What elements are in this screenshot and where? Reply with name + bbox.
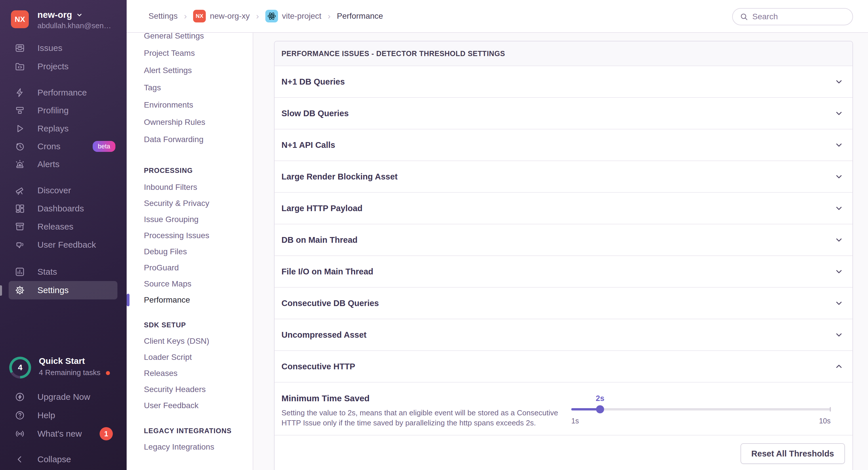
slider-track[interactable]: [571, 408, 831, 410]
sidebar-item-label: Issues: [37, 43, 62, 53]
subnav-item-client-keys-dsn[interactable]: Client Keys (DSN): [144, 333, 209, 349]
chevron-down-icon: [834, 267, 844, 276]
search-box[interactable]: [732, 8, 853, 25]
subnav-item-proguard[interactable]: ProGuard: [144, 260, 179, 276]
chevron-down-icon: [834, 77, 844, 87]
search-icon: [740, 12, 748, 21]
reset-all-thresholds-button[interactable]: Reset All Thresholds: [741, 443, 845, 464]
sidebar-item-performance[interactable]: Performance: [9, 83, 117, 102]
sidebar-item-label: Settings: [37, 286, 68, 295]
breadcrumb-vite-project[interactable]: vite-project: [265, 10, 321, 23]
sidebar-item-profiling[interactable]: Profiling: [9, 101, 117, 120]
detector-row-db-on-main-thread[interactable]: DB on Main Thread: [275, 224, 852, 256]
beta-badge: beta: [93, 141, 115, 152]
threshold-title: Minimum Time Saved: [281, 394, 370, 403]
org-avatar: NX: [193, 10, 206, 23]
detector-label: Consecutive DB Queries: [281, 299, 379, 308]
replays-icon: [14, 123, 26, 135]
quick-start-title: Quick Start: [39, 356, 85, 366]
quick-start-progress-ring: 4: [9, 357, 31, 378]
subnav-item-legacy-integrations[interactable]: Legacy Integrations: [144, 439, 214, 455]
detector-label: DB on Main Thread: [281, 235, 358, 245]
sidebar-item-dashboards[interactable]: Dashboards: [9, 199, 117, 218]
subnav-section-title-processing: PROCESSING: [144, 163, 193, 179]
user-feedback-icon: [14, 239, 26, 251]
subnav-item-debug-files[interactable]: Debug Files: [144, 244, 187, 260]
dashboards-icon: [14, 202, 26, 214]
quick-start-panel[interactable]: 4 Quick Start 4 Remaining tasks: [0, 355, 127, 383]
collapse-button[interactable]: Collapse: [9, 450, 117, 469]
discover-icon: [14, 184, 26, 197]
chevron-down-icon: [834, 330, 844, 340]
breadcrumb-performance[interactable]: Performance: [337, 11, 383, 21]
subnav-item-data-forwarding[interactable]: Data Forwarding: [144, 131, 204, 147]
sidebar-item-releases[interactable]: Releases: [9, 217, 117, 236]
sidebar-item-stats[interactable]: Stats: [9, 263, 117, 281]
org-avatar: NX: [11, 10, 29, 28]
detector-row-uncompressed-asset[interactable]: Uncompressed Asset: [275, 319, 852, 351]
chevron-down-icon: [834, 108, 844, 118]
subnav-item-security-privacy[interactable]: Security & Privacy: [144, 195, 209, 211]
sidebar-item-label: Projects: [37, 62, 68, 71]
search-input[interactable]: [752, 12, 845, 22]
chevron-down-icon: [834, 140, 844, 150]
sidebar-item-alerts[interactable]: Alerts: [9, 155, 117, 173]
subnav-item-alert-settings[interactable]: Alert Settings: [144, 62, 192, 78]
sidebar-item-settings[interactable]: Settings: [9, 281, 117, 299]
sidebar-item-replays[interactable]: Replays: [9, 120, 117, 138]
sidebar-item-projects[interactable]: Projects: [9, 57, 117, 76]
subnav-item-source-maps[interactable]: Source Maps: [144, 276, 191, 292]
subnav-item-environments[interactable]: Environments: [144, 97, 193, 113]
slider-handle[interactable]: [596, 405, 604, 413]
detector-label: File I/O on Main Thread: [281, 267, 373, 276]
react-project-icon: [265, 10, 278, 23]
detector-row-n-1-db-queries[interactable]: N+1 DB Queries: [275, 66, 852, 98]
subnav-item-user-feedback[interactable]: User Feedback: [144, 398, 198, 414]
subnav-item-releases[interactable]: Releases: [144, 365, 178, 381]
detector-row-large-http-payload[interactable]: Large HTTP Payload: [275, 193, 852, 224]
sidebar-item-issues[interactable]: Issues: [9, 39, 117, 57]
detector-row-slow-db-queries[interactable]: Slow DB Queries: [275, 98, 852, 129]
chevron-down-icon: [834, 172, 844, 181]
sidebar-item-label: Alerts: [37, 159, 60, 169]
sidebar-item-label: Releases: [37, 222, 73, 232]
whats-new-count-badge: 1: [100, 427, 113, 440]
sidebar-item-label: Performance: [37, 88, 87, 98]
breadcrumb-label: new-org-xy: [210, 11, 250, 21]
breadcrumb-settings[interactable]: Settings: [149, 11, 178, 21]
subnav-item-loader-script[interactable]: Loader Script: [144, 349, 192, 365]
subnav-item-processing-issues[interactable]: Processing Issues: [144, 228, 209, 244]
sidebar-item-upgrade-now[interactable]: Upgrade Now: [9, 388, 117, 406]
breadcrumb-separator: ›: [328, 11, 331, 21]
upgrade-icon: [14, 391, 26, 403]
detector-row-file-i-o-on-main-thread[interactable]: File I/O on Main Thread: [275, 256, 852, 288]
detector-row-n-1-api-calls[interactable]: N+1 API Calls: [275, 129, 852, 161]
subnav-item-inbound-filters[interactable]: Inbound Filters: [144, 179, 197, 195]
subnav-item-ownership-rules[interactable]: Ownership Rules: [144, 114, 205, 130]
subnav-item-issue-grouping[interactable]: Issue Grouping: [144, 211, 198, 228]
sidebar-item-discover[interactable]: Discover: [9, 181, 117, 200]
slider-end-tick: [830, 407, 831, 412]
stats-icon: [14, 266, 26, 278]
alerts-icon: [14, 158, 26, 170]
subnav-item-tags[interactable]: Tags: [144, 80, 161, 96]
detector-label: Large Render Blocking Asset: [281, 172, 398, 181]
sidebar-item-help[interactable]: Help: [9, 406, 117, 425]
breadcrumb-separator: ›: [256, 11, 259, 21]
sidebar-item-what-s-new[interactable]: What's new1: [9, 425, 117, 443]
detector-row-consecutive-http[interactable]: Consecutive HTTP: [275, 351, 852, 382]
subnav-item-project-teams[interactable]: Project Teams: [144, 45, 195, 61]
breadcrumb-new-org-xy[interactable]: NXnew-org-xy: [193, 10, 250, 23]
sidebar-item-label: What's new: [37, 429, 82, 439]
settings-active-edge-indicator: [0, 286, 2, 296]
subnav-item-security-headers[interactable]: Security Headers: [144, 381, 206, 398]
sidebar-item-crons[interactable]: Cronsbeta: [9, 137, 117, 156]
detector-row-large-render-blocking-asset[interactable]: Large Render Blocking Asset: [275, 161, 852, 193]
sidebar-item-label: Crons: [37, 141, 60, 151]
sidebar-item-label: Discover: [37, 186, 71, 195]
user-email: abdullah.khan@sen…: [37, 21, 121, 30]
detector-row-consecutive-db-queries[interactable]: Consecutive DB Queries: [275, 288, 852, 319]
sidebar-item-user-feedback[interactable]: User Feedback: [9, 236, 117, 254]
sidebar-item-label: Replays: [37, 124, 68, 133]
subnav-item-performance[interactable]: Performance: [144, 292, 190, 308]
